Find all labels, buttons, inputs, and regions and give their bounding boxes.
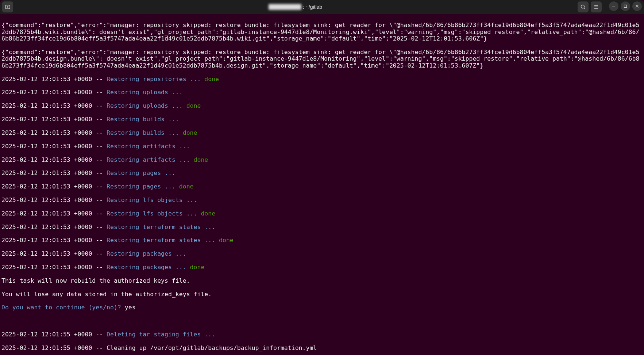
- log-line: 2025-02-12 12:01:53 +0000 -- Restoring b…: [1, 116, 643, 123]
- svg-rect-9: [624, 5, 627, 8]
- svg-line-4: [584, 8, 586, 9]
- log-line: 2025-02-12 12:01:53 +0000 -- Restoring p…: [1, 264, 643, 271]
- rebuild-msg-2: You will lose any data stored in the aut…: [1, 291, 643, 298]
- log-line: 2025-02-12 12:01:53 +0000 -- Restoring p…: [1, 170, 643, 176]
- log-line: 2025-02-12 12:01:53 +0000 -- Restoring u…: [1, 103, 643, 109]
- log-line: 2025-02-12 12:01:53 +0000 -- Restoring b…: [1, 130, 643, 136]
- rebuild-msg-1: This task will now rebuild the authorize…: [1, 278, 643, 284]
- log-line: 2025-02-12 12:01:53 +0000 -- Restoring l…: [1, 197, 643, 203]
- log-line: 2025-02-12 12:01:53 +0000 -- Restoring p…: [1, 183, 643, 190]
- window-titlebar: : ~/gitlab: [0, 0, 644, 14]
- json-log-2: {"command":"restore","error":"manager: r…: [1, 49, 643, 69]
- close-button[interactable]: [632, 1, 642, 11]
- log-line: 2025-02-12 12:01:53 +0000 -- Restoring r…: [1, 76, 643, 83]
- title-path: : ~/gitlab: [303, 4, 322, 10]
- json-log-1: {"command":"restore","error":"manager: r…: [1, 22, 643, 42]
- terminal-content[interactable]: {"command":"restore","error":"manager: r…: [0, 14, 644, 355]
- log-line: 2025-02-12 12:01:55 +0000 -- Deleting ta…: [1, 331, 643, 338]
- svg-point-3: [581, 5, 585, 8]
- maximize-button[interactable]: [621, 1, 630, 11]
- user-host-blurred: [269, 4, 301, 10]
- cleanup-line: 2025-02-12 12:01:55 +0000 -- Cleaning up…: [1, 345, 643, 351]
- log-line: 2025-02-12 12:01:53 +0000 -- Restoring a…: [1, 157, 643, 163]
- window-title: : ~/gitlab: [15, 4, 575, 10]
- continue-prompt: Do you want to continue (yes/no)? yes: [1, 304, 643, 311]
- log-line: 2025-02-12 12:01:53 +0000 -- Restoring u…: [1, 89, 643, 96]
- hamburger-menu-button[interactable]: [591, 1, 602, 12]
- new-tab-button[interactable]: [2, 1, 13, 12]
- log-line: 2025-02-12 12:01:53 +0000 -- Restoring p…: [1, 251, 643, 257]
- blank-line: [1, 318, 643, 324]
- log-line: 2025-02-12 12:01:53 +0000 -- Restoring t…: [1, 224, 643, 230]
- minimize-button[interactable]: [609, 1, 618, 11]
- log-line: 2025-02-12 12:01:53 +0000 -- Restoring l…: [1, 210, 643, 217]
- log-line: 2025-02-12 12:01:53 +0000 -- Restoring a…: [1, 143, 643, 150]
- log-line: 2025-02-12 12:01:53 +0000 -- Restoring t…: [1, 237, 643, 244]
- search-button[interactable]: [578, 1, 589, 12]
